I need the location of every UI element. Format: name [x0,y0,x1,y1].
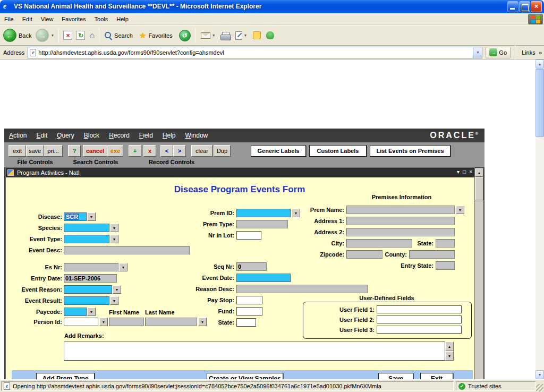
menu-tools[interactable]: Tools [90,14,113,24]
mail-dropdown-icon[interactable]: ▼ [212,33,216,37]
address-url[interactable]: http://ahsmdevtest.aphis.usda.gov/forms9… [38,49,224,56]
applet-scrollbar-thumb[interactable] [475,177,483,200]
forward-icon[interactable]: → [36,29,49,42]
event-reason-input[interactable] [64,285,112,294]
first-name-header: First Name [109,309,143,317]
oracle-menu-block[interactable]: Block [79,132,104,139]
maximize-button[interactable] [519,1,530,12]
previous-record-button[interactable]: < [160,145,173,157]
back-icon[interactable]: ← [3,29,16,42]
remarks-scroll-up-button[interactable]: ▲ [445,342,454,351]
disease-dropdown-button[interactable]: ▼ [87,212,96,221]
favorites-icon[interactable]: ★ [139,31,146,40]
person-id-input[interactable] [64,318,98,326]
address-input[interactable]: e http://ahsmdevtest.aphis.usda.gov/form… [28,47,482,58]
event-reason-dropdown-button[interactable]: ▼ [113,285,121,294]
save-button[interactable]: save [26,145,44,157]
applet-scrollbar[interactable]: ▲ ▼ [475,168,483,392]
resize-grip[interactable] [536,384,543,391]
user-field-1-input[interactable] [377,305,462,313]
event-type-input[interactable] [64,235,109,243]
menu-view[interactable]: View [37,14,58,24]
mdi-restore-button[interactable]: □ [463,169,466,175]
generic-labels-button[interactable]: Generic Labels [251,145,306,157]
remove-record-button[interactable]: x [143,145,156,157]
exit-button[interactable]: exit [8,145,26,157]
event-type-dropdown-button[interactable]: ▼ [110,235,118,243]
discuss-icon[interactable] [253,31,261,39]
es-nr-dropdown-button[interactable]: ▼ [119,263,128,271]
species-dropdown-button[interactable]: ▼ [110,224,118,232]
edit-icon[interactable] [235,31,242,40]
print-icon[interactable] [220,32,230,39]
custom-labels-button[interactable]: Custom Labels [309,145,367,157]
next-record-button[interactable]: > [173,145,186,157]
prem-name-dropdown-button[interactable]: ▼ [456,206,464,214]
mdi-close-button[interactable]: × [469,169,472,175]
refresh-icon[interactable]: ↻ [76,31,85,40]
menu-file[interactable]: File [0,14,18,24]
prem-id-input[interactable] [236,209,291,217]
close-button[interactable]: × [531,1,542,12]
state-input[interactable] [236,318,256,327]
minimize-button[interactable] [507,1,518,12]
enter-query-button[interactable]: ? [68,145,81,157]
fund-input[interactable] [236,307,262,316]
home-icon[interactable]: ⌂ [89,31,95,40]
cancel-query-button[interactable]: cancel [83,145,107,157]
links-label[interactable]: Links [522,49,536,56]
mdi-minimize-button[interactable]: ▾ [457,169,460,175]
list-events-on-premises-button[interactable]: List Events on Premises [370,145,450,157]
page-scroll-up-button[interactable]: ▲ [536,59,544,69]
back-button-label[interactable]: Back [19,32,31,39]
menu-favorites[interactable]: Favorites [57,14,90,24]
links-chevron[interactable]: » [539,49,542,56]
oracle-menu-edit[interactable]: Edit [31,132,52,139]
applet-scroll-up-button[interactable]: ▲ [475,168,483,177]
user-field-2-input[interactable] [377,316,462,323]
page-scrollbar-thumb[interactable] [536,69,544,137]
execute-query-button[interactable]: exe [107,145,123,157]
paycode-input[interactable] [64,308,87,316]
address-dropdown-button[interactable]: ▼ [473,47,482,58]
oracle-menu-action[interactable]: Action [4,132,31,139]
mail-icon[interactable] [201,32,210,39]
paycode-dropdown-button[interactable]: ▼ [87,308,96,316]
messenger-icon[interactable] [266,31,274,39]
duplicate-record-button[interactable]: Dup [214,145,231,157]
search-button-label[interactable]: Search [114,32,133,39]
page-scrollbar[interactable]: ▲ ▼ [536,59,544,379]
go-button[interactable]: → Go [486,47,511,58]
user-field-3-input[interactable] [377,326,462,334]
stop-icon[interactable]: × [63,31,72,40]
species-input[interactable] [64,224,109,232]
favorites-button-label[interactable]: Favorites [148,32,172,39]
search-icon[interactable] [105,32,112,39]
print-button[interactable]: pri... [44,145,63,157]
menu-help[interactable]: Help [112,14,133,24]
remarks-scroll-down-button[interactable]: ▼ [445,351,454,361]
person-id-dropdown-button[interactable]: ▼ [99,318,108,326]
history-icon[interactable]: ↺ [179,30,191,41]
pay-stop-input[interactable] [236,296,262,304]
oracle-menu-query[interactable]: Query [52,132,79,139]
insert-record-button[interactable]: + [129,145,141,157]
add-remarks-textarea[interactable] [64,342,445,361]
oracle-menu-help[interactable]: Help [158,132,181,139]
mdi-titlebar[interactable]: Program Activities - Natl ▾ □ × [6,168,474,177]
event-date-input[interactable] [236,274,291,282]
disease-input[interactable]: SCR [64,212,87,221]
nr-in-lot-input[interactable] [236,231,261,240]
menu-edit[interactable]: Edit [18,14,37,24]
oracle-menu-field[interactable]: Field [134,132,158,139]
edit-dropdown-icon[interactable]: ▼ [244,33,248,37]
clear-record-button[interactable]: clear [191,145,212,157]
forward-dropdown-icon[interactable]: ▼ [50,33,54,37]
browser-content: Action Edit Query Block Record Field Hel… [0,59,536,379]
oracle-menu-record[interactable]: Record [104,132,134,139]
oracle-menu-window[interactable]: Window [181,132,213,139]
page-scroll-down-button[interactable]: ▼ [536,370,544,379]
event-result-dropdown-button[interactable]: ▼ [110,296,118,305]
event-result-input[interactable] [64,296,109,305]
es-nr-field [64,263,118,271]
